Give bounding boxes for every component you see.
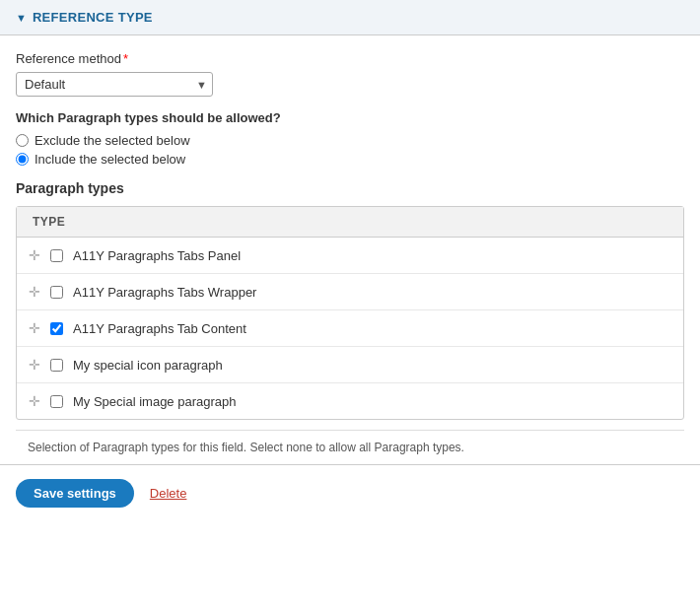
row-1-checkbox[interactable]: [50, 249, 63, 262]
table-row: ✛ A11Y Paragraphs Tabs Wrapper: [17, 274, 683, 310]
reference-method-select[interactable]: Default Custom: [16, 72, 213, 97]
drag-handle-icon[interactable]: ✛: [29, 393, 40, 409]
collapse-icon[interactable]: ▼: [16, 12, 27, 24]
row-3-label: A11Y Paragraphs Tab Content: [73, 321, 246, 336]
table-row: ✛ My special icon paragraph: [17, 347, 683, 383]
save-button[interactable]: Save settings: [16, 479, 134, 508]
table-row: ✛ A11Y Paragraphs Tab Content: [17, 310, 683, 347]
reference-method-select-wrapper: Default Custom ▼: [16, 72, 213, 97]
section-header: ▼ REFERENCE TYPE: [0, 0, 700, 35]
drag-handle-icon[interactable]: ✛: [29, 284, 40, 300]
row-2-label: A11Y Paragraphs Tabs Wrapper: [73, 285, 256, 300]
row-5-label: My Special image paragraph: [73, 394, 236, 409]
row-3-checkbox[interactable]: [50, 322, 63, 335]
exclude-radio-item[interactable]: Exclude the selected below: [16, 133, 684, 148]
row-4-label: My special icon paragraph: [73, 358, 223, 373]
exclude-radio[interactable]: [16, 134, 29, 147]
row-4-checkbox[interactable]: [50, 359, 63, 372]
required-indicator: *: [123, 51, 128, 66]
reference-method-label: Reference method*: [16, 51, 684, 66]
include-radio-label: Include the selected below: [35, 152, 185, 167]
exclude-radio-label: Exclude the selected below: [35, 133, 190, 148]
paragraph-question-label: Which Paragraph types should be allowed?: [16, 110, 684, 125]
drag-handle-icon[interactable]: ✛: [29, 357, 40, 373]
row-2-checkbox[interactable]: [50, 286, 63, 299]
section-content: Reference method* Default Custom ▼ Which…: [0, 35, 700, 464]
section-title: REFERENCE TYPE: [33, 10, 153, 25]
paragraph-types-table: TYPE ✛ A11Y Paragraphs Tabs Panel ✛ A11Y…: [16, 206, 684, 420]
table-header: TYPE: [17, 207, 683, 238]
drag-handle-icon[interactable]: ✛: [29, 320, 40, 336]
include-radio-item[interactable]: Include the selected below: [16, 152, 684, 167]
footer: Save settings Delete: [0, 464, 700, 521]
delete-button[interactable]: Delete: [150, 486, 187, 501]
table-row: ✛ A11Y Paragraphs Tabs Panel: [17, 238, 683, 274]
paragraph-types-heading: Paragraph types: [16, 180, 684, 196]
include-radio[interactable]: [16, 153, 29, 166]
hint-text: Selection of Paragraph types for this fi…: [16, 430, 684, 464]
drag-handle-icon[interactable]: ✛: [29, 247, 40, 263]
table-row: ✛ My Special image paragraph: [17, 383, 683, 419]
radio-group: Exclude the selected below Include the s…: [16, 133, 684, 167]
row-1-label: A11Y Paragraphs Tabs Panel: [73, 248, 241, 263]
row-5-checkbox[interactable]: [50, 395, 63, 408]
